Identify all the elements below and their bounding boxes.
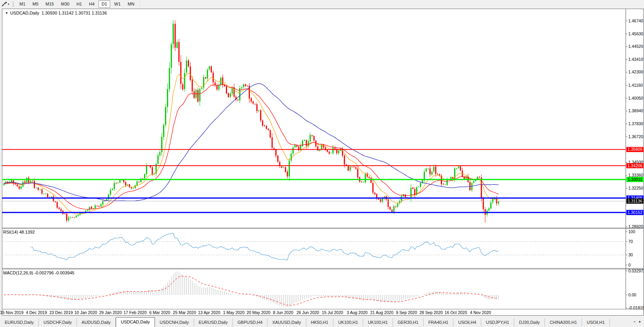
- tab-uk100-h1-10[interactable]: UK100,H1: [363, 318, 393, 327]
- tab-china300-h1-16[interactable]: CHINA300,H1: [545, 318, 582, 327]
- chart-ohlc-values: 1.30930 1.31142 1.30731 1.31136: [42, 11, 107, 15]
- svg-text:4 Nov 2020: 4 Nov 2020: [470, 310, 491, 315]
- tab-usdjpy-h1-14[interactable]: USDJPY,H1: [481, 318, 514, 327]
- tab-usoil-h4-13[interactable]: USOil,H4: [453, 318, 481, 327]
- tab-fra40-h1-12[interactable]: FRA40,H1: [424, 318, 453, 327]
- svg-text:20 May 2020: 20 May 2020: [247, 310, 271, 315]
- tab-xauusd-daily-7[interactable]: XAUUSD,Daily: [267, 318, 306, 327]
- svg-text:29 Jan 2020: 29 Jan 2020: [99, 310, 122, 315]
- timeframe-button-m5[interactable]: M5: [29, 0, 42, 8]
- tab-usoil-h1-17[interactable]: USOil,H1: [582, 318, 610, 327]
- svg-text:16 Oct 2020: 16 Oct 2020: [445, 310, 467, 315]
- svg-text:1 May 2020: 1 May 2020: [223, 310, 245, 315]
- svg-text:4 Dec 2019: 4 Dec 2019: [26, 310, 47, 315]
- svg-text:1.41160: 1.41160: [628, 83, 643, 88]
- svg-text:-0.018154: -0.018154: [628, 305, 644, 310]
- tab-hk50-h1-8[interactable]: HK50,H1: [306, 318, 334, 327]
- svg-text:28 Sep 2020: 28 Sep 2020: [420, 310, 443, 315]
- timeframe-button-h4[interactable]: H4: [86, 0, 98, 8]
- svg-text:1.34206: 1.34206: [628, 163, 642, 168]
- timeframe-button-m15[interactable]: M15: [42, 0, 57, 8]
- timeframe-button-d1[interactable]: D1: [98, 0, 110, 8]
- timeframe-button-w1[interactable]: W1: [111, 0, 124, 8]
- timeframe-button-h1[interactable]: H1: [73, 0, 85, 8]
- svg-text:1.28920: 1.28920: [628, 224, 643, 229]
- svg-text:100: 100: [628, 229, 635, 234]
- timeframe-button-m1[interactable]: M1: [16, 0, 29, 8]
- svg-text:1.32250: 1.32250: [628, 186, 643, 190]
- svg-text:1.40050: 1.40050: [628, 96, 643, 100]
- svg-text:1.36720: 1.36720: [628, 134, 643, 139]
- svg-text:70: 70: [628, 239, 633, 244]
- svg-text:10 Jan 2020: 10 Jan 2020: [75, 310, 97, 315]
- svg-text:1.33011: 1.33011: [628, 177, 642, 182]
- tab-gbpusd-h4-6[interactable]: GBPUSD,H4: [233, 318, 268, 327]
- svg-text:8 Jun 2020: 8 Jun 2020: [273, 310, 293, 315]
- svg-text:1.46740: 1.46740: [628, 18, 643, 23]
- svg-text:13 Apr 2020: 13 Apr 2020: [198, 310, 220, 315]
- tab-uk100-h1-9[interactable]: UK100,H1: [333, 318, 363, 327]
- svg-text:1.37830: 1.37830: [628, 121, 643, 126]
- svg-text:1.31136: 1.31136: [628, 199, 642, 203]
- tab-eurusd-daily-0[interactable]: EURUSD,Daily: [0, 318, 39, 327]
- tab-usdcnh-daily-4[interactable]: USDCNH,Daily: [155, 318, 194, 327]
- svg-text:6 Mar 2020: 6 Mar 2020: [149, 310, 170, 315]
- svg-text:0.00: 0.00: [628, 292, 637, 297]
- tab-scroll-left-icon[interactable]: ◄: [633, 320, 636, 323]
- chart-symbol-period: USDCAD,Daily: [10, 11, 39, 15]
- symbol-tab-bar: EURUSD,DailyUSDCHF,DailyAUDUSD,DailyUSDC…: [0, 316, 644, 327]
- timeframe-button-m30[interactable]: M30: [58, 0, 72, 8]
- top-toolbar: ▾ M1M5M15M30H1H4D1W1MN: [0, 0, 644, 8]
- svg-text:1.35606: 1.35606: [628, 147, 642, 152]
- svg-text:17 Feb 2020: 17 Feb 2020: [124, 310, 147, 315]
- tab-dj30-daily-15[interactable]: DJ30,Daily: [514, 318, 545, 327]
- svg-text:0.032972: 0.032972: [628, 269, 644, 273]
- tab-scroll-controls: ◄ ►: [630, 316, 644, 327]
- svg-text:1.43410: 1.43410: [628, 57, 643, 62]
- chart-title: ▼USDCAD,Daily 1.30930 1.31142 1.30731 1.…: [5, 11, 107, 15]
- toolbar-separator: [140, 1, 140, 7]
- symbol-caret-icon: ▼: [5, 11, 8, 15]
- svg-text:1.45630: 1.45630: [628, 31, 643, 36]
- svg-text:0: 0: [628, 263, 631, 267]
- toolbar-grip-handle[interactable]: [13, 2, 14, 7]
- macd-indicator-label: MACD(12,26,9) -0.002796 -0.003945: [3, 270, 75, 275]
- tab-audusd-daily-2[interactable]: AUDUSD,Daily: [77, 318, 116, 327]
- tab-ger30-h1-11[interactable]: GER30,H1: [393, 318, 424, 327]
- svg-text:23 Dec 2019: 23 Dec 2019: [49, 310, 73, 315]
- svg-text:1.42300: 1.42300: [628, 69, 643, 74]
- tab-usdchf-daily-1[interactable]: USDCHF,Daily: [39, 318, 77, 327]
- svg-text:1.38940: 1.38940: [628, 108, 643, 113]
- tab-scroll-right-icon[interactable]: ►: [639, 320, 642, 323]
- svg-text:1.30152: 1.30152: [628, 210, 642, 215]
- tab-eurusd-daily-5[interactable]: EURUSD,Daily: [194, 318, 233, 327]
- svg-text:21 Aug 2020: 21 Aug 2020: [370, 310, 393, 315]
- line-study-tool-icon[interactable]: [1, 1, 7, 7]
- timeframe-button-mn[interactable]: MN: [125, 0, 138, 8]
- svg-text:9 Sep 2020: 9 Sep 2020: [396, 310, 417, 315]
- svg-text:30: 30: [628, 252, 633, 257]
- svg-text:25 Mar 2020: 25 Mar 2020: [173, 310, 196, 315]
- svg-text:3 Aug 2020: 3 Aug 2020: [347, 310, 367, 315]
- rsi-indicator-label: RSI(14) 48.1392: [3, 230, 35, 234]
- svg-text:1.44520: 1.44520: [628, 44, 643, 49]
- chart-canvas[interactable]: 1.467401.456301.445201.434101.423001.411…: [0, 0, 644, 327]
- svg-text:15 Nov 2019: 15 Nov 2019: [0, 310, 24, 315]
- tool-dropdown-caret-icon[interactable]: ▾: [8, 3, 9, 6]
- svg-text:15 Jul 2020: 15 Jul 2020: [322, 310, 343, 315]
- svg-text:26 Jun 2020: 26 Jun 2020: [297, 310, 319, 315]
- tab-usdcad-daily-3[interactable]: USDCAD,Daily: [116, 317, 155, 327]
